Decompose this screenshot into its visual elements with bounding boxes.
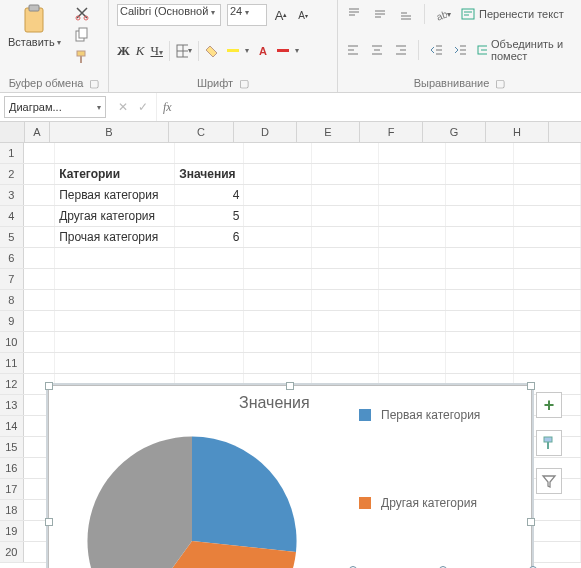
- cell[interactable]: [24, 269, 56, 289]
- resize-handle[interactable]: [45, 382, 53, 390]
- row-header[interactable]: 13: [0, 395, 24, 415]
- chart-title[interactable]: Значения: [239, 394, 310, 412]
- cell[interactable]: [175, 332, 244, 352]
- name-box[interactable]: Диаграм...▾: [4, 96, 106, 118]
- cell[interactable]: [379, 206, 446, 226]
- col-header[interactable]: F: [360, 122, 423, 142]
- cell[interactable]: [55, 269, 175, 289]
- cell[interactable]: [24, 164, 56, 184]
- cell[interactable]: Первая категория: [55, 185, 175, 205]
- format-painter-button[interactable]: [73, 48, 91, 66]
- row-header[interactable]: 19: [0, 521, 24, 541]
- align-bottom-button[interactable]: [398, 6, 414, 22]
- cell[interactable]: [312, 206, 379, 226]
- cut-button[interactable]: [73, 4, 91, 22]
- resize-handle[interactable]: [286, 382, 294, 390]
- cell[interactable]: [312, 290, 379, 310]
- cell[interactable]: 6: [175, 227, 244, 247]
- pie-slice-3[interactable]: [87, 436, 192, 568]
- cell[interactable]: [446, 248, 513, 268]
- col-header[interactable]: C: [169, 122, 234, 142]
- increase-indent-button[interactable]: [453, 42, 467, 58]
- cell[interactable]: [312, 269, 379, 289]
- cell[interactable]: [514, 185, 581, 205]
- cancel-formula-button[interactable]: ✕: [118, 100, 128, 114]
- cell[interactable]: [379, 311, 446, 331]
- cell[interactable]: 4: [175, 185, 244, 205]
- cell[interactable]: [312, 185, 379, 205]
- fx-icon[interactable]: fx: [157, 93, 178, 121]
- cell[interactable]: [379, 332, 446, 352]
- row-header[interactable]: 15: [0, 437, 24, 457]
- chart-elements-button[interactable]: +: [536, 392, 562, 418]
- cell[interactable]: [312, 248, 379, 268]
- cell[interactable]: [24, 311, 56, 331]
- cell[interactable]: [175, 311, 244, 331]
- chart-styles-button[interactable]: [536, 430, 562, 456]
- cell[interactable]: [55, 311, 175, 331]
- cell[interactable]: [514, 248, 581, 268]
- wrap-text-button[interactable]: Перенести текст: [461, 7, 564, 21]
- row-header[interactable]: 4: [0, 206, 24, 226]
- cell[interactable]: [244, 164, 311, 184]
- cell[interactable]: [24, 248, 56, 268]
- cell[interactable]: [312, 143, 379, 163]
- row-header[interactable]: 9: [0, 311, 24, 331]
- cell[interactable]: [244, 185, 311, 205]
- cell[interactable]: [312, 353, 379, 373]
- row-header[interactable]: 7: [0, 269, 24, 289]
- shrink-font-button[interactable]: A▾: [295, 7, 311, 23]
- cell[interactable]: [379, 353, 446, 373]
- cell[interactable]: Прочая категория: [55, 227, 175, 247]
- row-header[interactable]: 8: [0, 290, 24, 310]
- cell[interactable]: [55, 143, 175, 163]
- cell[interactable]: [514, 206, 581, 226]
- chart-filters-button[interactable]: [536, 468, 562, 494]
- align-top-button[interactable]: [346, 6, 362, 22]
- cell[interactable]: [446, 227, 513, 247]
- cell[interactable]: [244, 311, 311, 331]
- cell[interactable]: Другая категория: [55, 206, 175, 226]
- cell[interactable]: [24, 290, 56, 310]
- select-all-corner[interactable]: [0, 122, 25, 142]
- row-header[interactable]: 2: [0, 164, 24, 184]
- cell[interactable]: [55, 290, 175, 310]
- copy-button[interactable]: [73, 26, 91, 44]
- row-header[interactable]: 6: [0, 248, 24, 268]
- cell[interactable]: [379, 227, 446, 247]
- row-header[interactable]: 18: [0, 500, 24, 520]
- cell[interactable]: [55, 332, 175, 352]
- font-size-select[interactable]: 24 ▾: [227, 4, 267, 26]
- resize-handle[interactable]: [527, 382, 535, 390]
- col-header[interactable]: B: [50, 122, 169, 142]
- cell[interactable]: [24, 332, 56, 352]
- cell[interactable]: 5: [175, 206, 244, 226]
- cell[interactable]: [312, 311, 379, 331]
- cell[interactable]: [446, 290, 513, 310]
- cell[interactable]: Категории: [55, 164, 175, 184]
- cell[interactable]: [244, 332, 311, 352]
- pie-slice-1[interactable]: [192, 436, 297, 551]
- col-header[interactable]: D: [234, 122, 297, 142]
- row-header[interactable]: 5: [0, 227, 24, 247]
- cell[interactable]: [55, 353, 175, 373]
- orientation-button[interactable]: ab▾: [435, 6, 451, 22]
- cell[interactable]: [446, 332, 513, 352]
- cell[interactable]: [379, 290, 446, 310]
- align-left-button[interactable]: [346, 42, 360, 58]
- cell[interactable]: [446, 353, 513, 373]
- cell[interactable]: [24, 353, 56, 373]
- paste-button[interactable]: Вставить▾: [8, 4, 61, 48]
- cell[interactable]: [24, 143, 56, 163]
- cell[interactable]: Значения: [175, 164, 244, 184]
- col-header[interactable]: H: [486, 122, 549, 142]
- worksheet[interactable]: A B C D E F G H 12КатегорииЗначения3Перв…: [0, 122, 581, 563]
- cell[interactable]: [514, 332, 581, 352]
- cell[interactable]: [175, 290, 244, 310]
- row-header[interactable]: 3: [0, 185, 24, 205]
- underline-button[interactable]: Ч▾: [151, 43, 163, 59]
- row-header[interactable]: 17: [0, 479, 24, 499]
- cell[interactable]: [175, 143, 244, 163]
- dialog-launcher-icon[interactable]: ▢: [495, 77, 505, 90]
- cell[interactable]: [312, 164, 379, 184]
